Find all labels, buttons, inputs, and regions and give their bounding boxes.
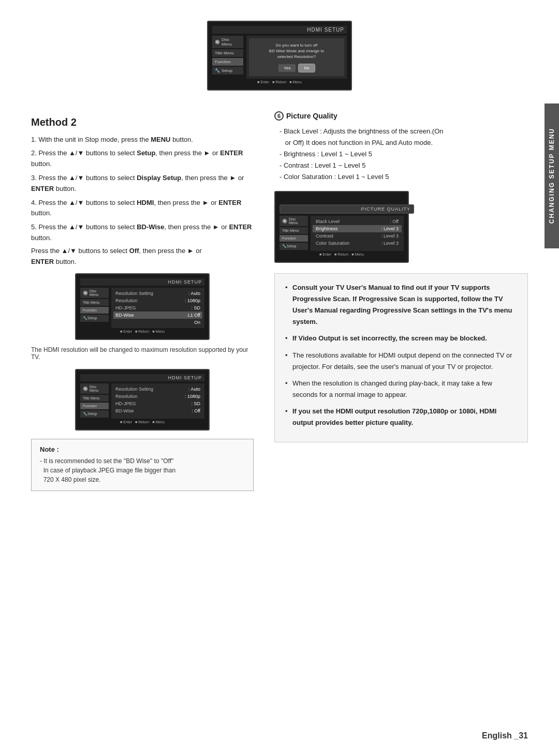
pq-item-4: Color Saturation : Level 1 ~ Level 5 [274,171,528,183]
screen-sidebar: 🔘Disc Menu Title Menu Function 🔧Setup [212,36,243,79]
menu-bold: MENU [151,136,170,143]
screen-footer: ■ Enter ■ Return ■ Menu [212,79,347,85]
pq-color-sat: Color Saturation: Level 3 [313,240,402,247]
s2-setup: 🔧Setup [80,410,109,418]
pq-screen-header: PICTURE QUALITY [280,204,414,214]
s1-on: On [113,319,202,326]
hdmi-dialog-screen: HDMI SETUP 🔘Disc Menu Title Menu Functio… [207,21,352,91]
step-3: 3. Press the ▲/▼ buttons to select Displ… [31,173,254,195]
step-4: 4. Press the ▲/▼ buttons to select HDMI,… [31,198,254,219]
pq-func: Function [280,235,308,242]
sidebar-tab: CHANGING SETUP MENU [545,103,559,248]
display-setup-bold: Display Setup [137,174,181,182]
enter-bold-2: ENTER [220,149,243,157]
note-text: - It is recommended to set the "BD Wise"… [40,456,245,484]
s1-resolution-setting: Resolution Setting: Auto [113,290,202,297]
pq-item-1: Black Level : Adjusts the brightness of … [274,126,528,149]
hdmi-screen-1: HDMI SETUP 🔘Disc Menu Title Menu Functio… [75,273,210,340]
pq-disc: 🔘Disc Menu [280,216,308,226]
setup-bold: Setup [137,149,155,157]
s1-footer: ■ Enter■ Return■ Menu [80,328,204,335]
no-btn: No [299,64,314,72]
s2-bdwise: BD-Wise: Off [113,407,202,414]
s2-hdjpeg: HD-JPEG: SD [113,400,202,407]
pq-item-2: Brightness : Level 1 ~ Level 5 [274,149,528,160]
left-panel: Method 2 1. With the unit in Stop mode, … [31,111,254,492]
bullet-section: Consult your TV User's Manual to find ou… [274,273,528,442]
s2-resolution-setting: Resolution Setting: Auto [113,386,202,393]
pq-brightness: Brightness: Level 3 [313,225,402,232]
sidebar-title-menu: Title Menu [212,49,243,57]
off-bold: Off [129,247,139,255]
enter-bold-3: ENTER [31,185,54,192]
s1-disc: 🔘Disc Menu [80,288,109,298]
step-2: 2. Press the ▲/▼ buttons to select Setup… [31,148,254,170]
picture-quality-header: 6 Picture Quality [274,111,528,121]
bullet-3-text: The resolutions available for HDMI outpu… [292,351,512,370]
pq-footer: ■ Enter■ Return■ Menu [280,251,404,258]
page-footer: English _31 [482,731,528,740]
pq-screen: PICTURE QUALITY 🔘Disc Menu Title Menu Fu… [274,191,409,263]
hdmi-screen-2: HDMI SETUP 🔘Disc Menu Title Menu Functio… [75,369,210,431]
method-heading: Method 2 [31,116,254,128]
hdmi-bold: HDMI [137,199,154,206]
sidebar-function: Function [212,58,243,66]
bullet-2: If Video Output is set incorrectly, the … [285,333,517,344]
s2-func: Function [80,403,109,409]
picture-quality-title: Picture Quality [286,112,337,120]
bullet-5-text: If you set the HDMI output resolution 72… [292,407,496,426]
s1-hdjpeg: HD-JPEG: SD [113,304,202,312]
pq-setup: 🔧Setup [280,243,308,250]
enter-bold-4: ENTER [218,199,241,206]
steps-list: 1. With the unit in Stop mode, press the… [31,135,254,268]
circle-number: 6 [274,111,284,121]
s2-title: Title Menu [80,395,109,402]
s2-resolution: Resolution: 1080p [113,393,202,400]
right-panel: 6 Picture Quality Black Level : Adjusts … [274,111,528,492]
pq-title: Title Menu [280,227,308,234]
pq-list: Black Level : Adjusts the brightness of … [274,126,528,183]
s1-title: Title Menu [80,299,109,306]
hdmi-screen2-header: HDMI SETUP [80,374,204,381]
caption1: The HDMI resolution will be changed to m… [31,346,254,361]
bullet-5: If you set the HDMI output resolution 72… [285,406,517,428]
pq-contrast: Contrast: Level 3 [313,232,402,240]
s1-resolution: Resolution: 1080p [113,297,202,304]
bullet-3: The resolutions available for HDMI outpu… [285,350,517,373]
bullet-1-text: Consult your TV User's Manual to find ou… [292,284,512,325]
enter-bold-last: ENTER [31,258,54,265]
pq-item-3: Contrast : Level 1 ~ Level 5 [274,160,528,171]
step-1: 1. With the unit in Stop mode, press the… [31,135,254,145]
bullet-2-text: If Video Output is set incorrectly, the … [292,334,487,342]
sidebar-setup: 🔧Setup [212,67,243,75]
sidebar-disc-menu: 🔘Disc Menu [212,36,243,48]
screen-main: Do you want to turn offBD Wise Mode and … [246,36,347,79]
s1-setup: 🔧Setup [80,315,109,322]
footer-text: English _31 [482,731,528,740]
bdwise-bold: BD-Wise [137,223,164,231]
s2-disc: 🔘Disc Menu [80,383,109,394]
hdmi-dialog-header: HDMI SETUP [212,26,347,34]
bullet-1: Consult your TV User's Manual to find ou… [285,282,517,328]
hdmi-screen1-header: HDMI SETUP [80,278,204,286]
pq-black-level: Black Level: Off [313,218,402,225]
bullet-4-text: When the resolution is changed during pl… [292,379,492,398]
s1-bdwise: BD-WiseL1 Off [113,312,202,319]
step-5: 5. Press the ▲/▼ buttons to select BD-Wi… [31,222,254,267]
main-content: Method 2 1. With the unit in Stop mode, … [31,111,528,492]
screen-buttons: Yes No [253,64,340,72]
enter-bold-5: ENTER [229,223,252,231]
bullet-4: When the resolution is changed during pl… [285,378,517,401]
yes-btn: Yes [278,64,296,72]
note-box: Note : - It is recommended to set the "B… [31,439,254,491]
screen-dialog: Do you want to turn offBD Wise Mode and … [249,38,344,76]
dialog-text: Do you want to turn offBD Wise Mode and … [253,42,340,60]
sidebar-tab-label: CHANGING SETUP MENU [548,128,555,224]
s2-footer: ■ Enter■ Return■ Menu [80,419,204,425]
note-label: Note : [40,446,245,453]
s1-func: Function [80,307,109,314]
